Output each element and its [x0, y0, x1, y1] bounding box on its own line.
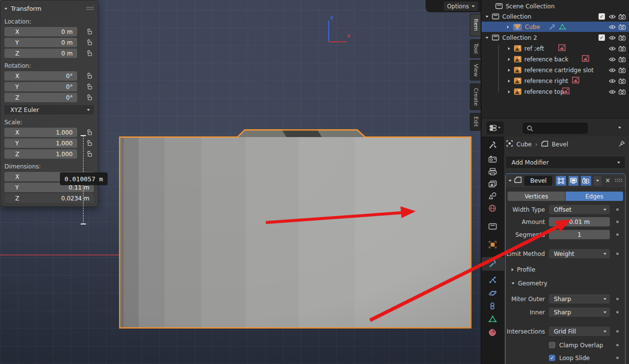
tab-view-layer-icon[interactable]: [488, 180, 497, 188]
decorator-dot[interactable]: [616, 221, 619, 223]
outliner-row-collection[interactable]: Collection ✓: [482, 11, 629, 22]
modifier-name-field[interactable]: Bevel: [524, 176, 552, 186]
lock-icon[interactable]: [86, 84, 92, 90]
disclosure-right-icon[interactable]: [508, 80, 510, 83]
close-modifier-button[interactable]: ✕: [604, 177, 611, 184]
add-modifier-dropdown[interactable]: Add Modifier: [505, 156, 626, 169]
profile-subpanel-header[interactable]: Profile: [512, 265, 535, 275]
outliner-row-reference-right[interactable]: reference right: [482, 76, 629, 86]
disclosure-down-icon[interactable]: [486, 16, 488, 18]
tab-output-icon[interactable]: [488, 168, 497, 175]
camera-icon[interactable]: [619, 89, 626, 95]
scale-y-field[interactable]: Y1.000: [4, 139, 77, 148]
cube-mesh-front-face[interactable]: [119, 137, 471, 328]
disclosure-right-icon[interactable]: [508, 47, 510, 50]
camera-icon[interactable]: [619, 78, 626, 84]
tab-object-data-icon[interactable]: [488, 315, 497, 323]
panel-expand-icon[interactable]: [509, 180, 512, 182]
vertices-toggle-button[interactable]: Vertices: [508, 192, 566, 201]
camera-icon[interactable]: [619, 14, 626, 20]
eye-icon[interactable]: [609, 35, 616, 40]
tab-collection-icon[interactable]: [488, 223, 497, 230]
header-options-chevron-icon[interactable]: [618, 127, 621, 129]
outliner-row-cube[interactable]: Cube: [482, 22, 629, 32]
rotation-z-field[interactable]: Z0°: [4, 93, 77, 102]
location-x-field[interactable]: X0 m: [4, 27, 77, 36]
collection-checkbox[interactable]: ✓: [599, 13, 605, 20]
outliner-row-scene-collection[interactable]: Scene Collection: [482, 1, 629, 11]
camera-icon[interactable]: [619, 67, 626, 73]
tab-constraints-icon[interactable]: [488, 302, 496, 310]
miter-inner-dropdown[interactable]: Sharp: [549, 308, 610, 317]
disclosure-right-icon[interactable]: [508, 90, 510, 93]
outliner-row-collection-2[interactable]: Collection 2 ✓: [482, 32, 629, 43]
lock-icon[interactable]: [86, 28, 92, 35]
miter-outer-dropdown[interactable]: Sharp: [549, 294, 610, 304]
tab-scene-icon[interactable]: [488, 192, 497, 199]
sidebar-tab-create[interactable]: Create: [470, 84, 482, 110]
decorator-dot[interactable]: [616, 344, 619, 346]
disclosure-right-icon[interactable]: [508, 58, 510, 61]
decorator-dot[interactable]: [616, 298, 619, 300]
disclosure-right-icon[interactable]: [508, 69, 510, 72]
lock-icon[interactable]: [86, 39, 92, 46]
breadcrumb-modifier[interactable]: Bevel: [552, 141, 568, 148]
width-type-dropdown[interactable]: Offset: [549, 205, 610, 214]
sidebar-tab-view[interactable]: View: [470, 60, 482, 81]
disclosure-down-icon[interactable]: [486, 37, 488, 39]
tab-render-icon[interactable]: [488, 156, 497, 163]
loop-slide-checkbox[interactable]: ✓: [549, 355, 555, 361]
decorator-dot[interactable]: [616, 233, 619, 236]
intersections-dropdown[interactable]: Grid Fill: [549, 327, 610, 336]
options-button[interactable]: Options: [444, 1, 478, 11]
location-y-field[interactable]: Y0 m: [4, 38, 77, 47]
panel-collapse-icon[interactable]: [4, 8, 7, 10]
tab-tool-icon[interactable]: [488, 141, 497, 149]
eye-icon[interactable]: [609, 89, 616, 94]
camera-icon[interactable]: [619, 35, 626, 41]
eye-icon[interactable]: [609, 25, 616, 29]
clamp-overlap-checkbox[interactable]: [549, 342, 555, 348]
decorator-dot[interactable]: [616, 252, 619, 255]
rotation-y-field[interactable]: Y0°: [4, 82, 77, 91]
tab-world-icon[interactable]: [488, 204, 496, 212]
outliner-row-reference-back[interactable]: reference back: [482, 54, 629, 64]
eye-icon[interactable]: [609, 14, 616, 19]
rotation-mode-dropdown[interactable]: XYZ Euler: [4, 105, 94, 114]
toggle-realtime-display-button[interactable]: [569, 176, 578, 186]
lock-icon[interactable]: [86, 94, 92, 101]
sidebar-tab-item[interactable]: Item: [470, 14, 482, 36]
lock-icon[interactable]: [86, 151, 92, 157]
camera-icon[interactable]: [619, 46, 626, 52]
camera-icon[interactable]: [619, 56, 626, 62]
outliner-row-ref-left[interactable]: ref ;eft: [482, 43, 629, 54]
eye-icon[interactable]: [609, 46, 616, 51]
disclosure-right-icon[interactable]: [507, 26, 509, 28]
drag-grip-icon[interactable]: [615, 178, 622, 183]
limit-method-dropdown[interactable]: Weight: [549, 249, 610, 258]
segments-field[interactable]: 1: [549, 230, 610, 239]
toggle-render-display-button[interactable]: [581, 176, 591, 186]
tab-particles-icon[interactable]: [488, 276, 497, 284]
tab-modifier-icon[interactable]: [488, 259, 497, 268]
decorator-dot[interactable]: [616, 311, 619, 313]
sidebar-tab-tool[interactable]: Tool: [470, 39, 482, 58]
location-z-field[interactable]: Z0 m: [4, 49, 77, 58]
breadcrumb-object[interactable]: Cube: [516, 141, 532, 148]
eye-icon[interactable]: [609, 57, 616, 62]
edges-toggle-button[interactable]: Edges: [566, 192, 623, 201]
lock-icon[interactable]: [86, 129, 92, 136]
camera-icon[interactable]: [619, 24, 626, 30]
outliner-row-reference-cartridge-slot[interactable]: reference cartridge slot: [482, 65, 629, 75]
sidebar-tab-edit[interactable]: Edit: [470, 113, 482, 131]
modifier-extras-dropdown[interactable]: [594, 176, 602, 186]
lock-icon[interactable]: [86, 73, 92, 79]
search-input[interactable]: [523, 123, 588, 134]
tab-physics-icon[interactable]: [488, 289, 497, 297]
rotation-x-field[interactable]: X0°: [4, 71, 77, 81]
dimension-z-field[interactable]: Z0.0234 m: [4, 194, 94, 203]
lock-icon[interactable]: [86, 140, 92, 146]
scale-x-field[interactable]: X1.000: [4, 128, 77, 137]
pin-icon[interactable]: [618, 140, 625, 149]
toggle-editmode-display-button[interactable]: [556, 176, 566, 186]
